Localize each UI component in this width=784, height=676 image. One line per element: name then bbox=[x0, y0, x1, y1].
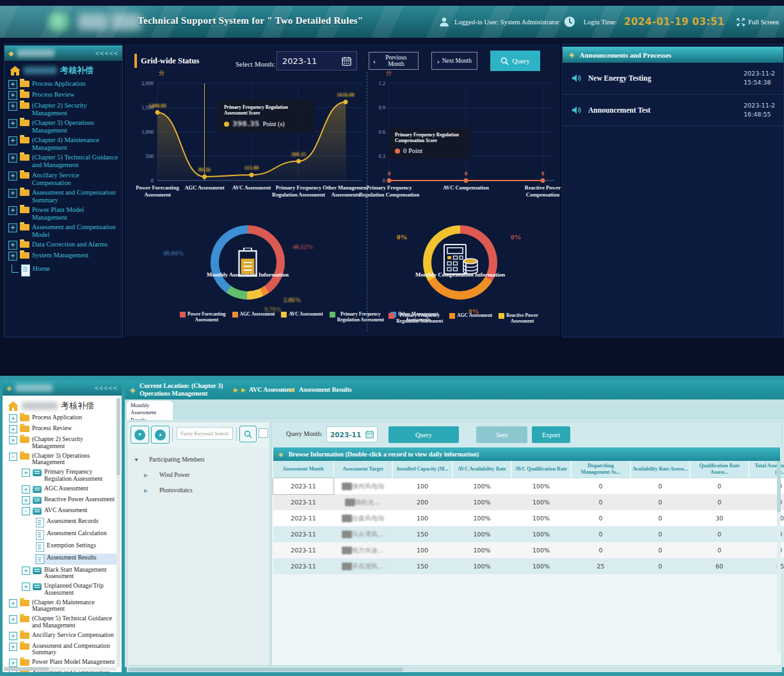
nav-tree-item[interactable]: Exemption Settings bbox=[35, 542, 116, 552]
search-button[interactable] bbox=[239, 426, 257, 442]
nav-tree-item[interactable]: +Black Start Management Assessment bbox=[20, 566, 116, 581]
legend-item[interactable]: AGC Assessment bbox=[232, 311, 275, 318]
column-header[interactable]: AVC Availability Rate bbox=[452, 461, 511, 478]
table-row[interactable]: 2023-11██电力水迪…100100%100%0000 bbox=[273, 542, 784, 558]
table-row[interactable]: 2023-11██开高潮风…150100%100%2506085 bbox=[273, 558, 784, 574]
members-item-pv[interactable]: ▶ Photovoltaics bbox=[144, 487, 269, 494]
month-input[interactable]: 2023-11 bbox=[276, 51, 357, 70]
donut-callout: 40.04% bbox=[163, 250, 184, 257]
fuzzy-search-input[interactable] bbox=[177, 427, 233, 440]
nav-tree-item[interactable]: +Assessment and Compensation Summary bbox=[8, 642, 116, 657]
sidebar-item[interactable]: +(Chapter 5) Technical Guidance and Mana… bbox=[8, 154, 118, 169]
sidebar-item[interactable]: +Assessment and Compensation Model bbox=[8, 223, 118, 239]
nav-tree-item[interactable]: +Power Plant Model Management bbox=[8, 658, 116, 668]
query-button[interactable]: Query bbox=[388, 426, 459, 443]
column-header[interactable]: Installed Capacity (M... bbox=[392, 461, 452, 478]
dashboard-panel: Grid-wide Status Select Month: 2023-11 ‹… bbox=[125, 44, 560, 336]
legend-item[interactable]: Power ForecastingAssessment bbox=[180, 311, 226, 323]
sidebar-item[interactable]: +Process Review bbox=[8, 91, 118, 100]
nav-tree-item[interactable]: Assessment Records bbox=[35, 517, 116, 528]
nav-tree-item[interactable]: +Unplanned Outage/Trip Assessment bbox=[20, 582, 116, 597]
expand-all-button[interactable]: ▲ bbox=[151, 426, 170, 444]
breadcrumb-item[interactable]: AVC Assessment bbox=[249, 386, 294, 393]
query-month-input[interactable]: 2023-11 bbox=[326, 426, 378, 442]
calendar-icon[interactable] bbox=[342, 56, 351, 66]
sidebar-item[interactable]: +(Chapter 3) Operations Management bbox=[8, 119, 118, 134]
svg-text:500: 500 bbox=[145, 153, 154, 159]
members-item-wind[interactable]: ▶ Wind Power bbox=[144, 472, 269, 478]
column-header[interactable]: Assessment Target bbox=[333, 461, 392, 478]
breadcrumb-item[interactable]: Assessment Results bbox=[299, 386, 352, 393]
compensation-legend: Primary FrequencyRegulation AssessmentAG… bbox=[371, 312, 556, 324]
nav-tree-item[interactable]: Assessment Calculation bbox=[35, 529, 116, 540]
column-header[interactable]: Qualification Rate Assess... bbox=[690, 461, 749, 478]
nav-tree: +Process Application+Process Review+(Cha… bbox=[8, 80, 118, 277]
collapse-arrows[interactable]: <<<<< bbox=[95, 384, 118, 392]
select-checkbox[interactable] bbox=[259, 428, 268, 438]
column-header[interactable]: Dispatching Management As... bbox=[571, 461, 630, 478]
sidebar-item-home[interactable]: Home bbox=[8, 264, 118, 277]
sidebar-item[interactable]: +Data Correction and Alarms bbox=[8, 241, 118, 250]
nav-tree-item[interactable]: -(Chapter 3) Operations Management bbox=[8, 452, 116, 467]
nav-tree-item[interactable]: +(Chapter 5) Technical Guidance and Mana… bbox=[8, 615, 116, 630]
table-row[interactable]: 2023-11██锦机光…200100%100%0000 bbox=[273, 494, 784, 510]
nav-tree-item[interactable]: +Ancillary Service Compensation bbox=[8, 631, 116, 641]
legend-item[interactable]: Reactive PowerAssessment bbox=[499, 312, 538, 324]
full-screen-label[interactable]: Full Screen bbox=[748, 19, 779, 26]
previous-month-button[interactable]: ‹Previous Month bbox=[369, 52, 419, 70]
nav-tree-item[interactable]: +(Chapter 4) Maintenance Management bbox=[8, 599, 116, 614]
triangle-right-icon[interactable]: ▶ bbox=[144, 488, 150, 494]
tree-root[interactable]: 考核补偿 bbox=[10, 65, 93, 76]
column-header[interactable]: AVC Qualification Rate bbox=[511, 461, 571, 478]
sidebar-item[interactable]: +Ancillary Service Compensation bbox=[8, 172, 118, 187]
sidebar-item[interactable]: +Assessment and Compensation Summary bbox=[8, 189, 118, 204]
sidebar-item[interactable]: +Process Application bbox=[8, 80, 118, 89]
sidebar-header[interactable]: ◆ <<<<< bbox=[4, 45, 122, 61]
sidebar-scrollbar-thumb[interactable] bbox=[116, 398, 120, 475]
table-row[interactable]: 2023-11██佛州风电场100100%100%0000 bbox=[273, 478, 784, 495]
sent-button[interactable]: Sent bbox=[476, 426, 527, 443]
nav-tree-item[interactable]: +(Chapter 2) Security Management bbox=[8, 435, 116, 451]
tooltip-value: 398.35 bbox=[232, 120, 259, 128]
triangle-right-icon[interactable]: ▶ bbox=[144, 472, 150, 478]
sidebar-item[interactable]: +(Chapter 2) Security Management bbox=[8, 102, 118, 117]
members-root[interactable]: ▼ Participating Members bbox=[134, 456, 269, 463]
collapse-arrows[interactable]: <<<<< bbox=[95, 49, 118, 57]
next-month-button[interactable]: ›Next Month bbox=[431, 52, 477, 70]
sidebar-header[interactable]: ◈ <<<<< bbox=[3, 380, 122, 396]
triangle-down-icon[interactable]: ▼ bbox=[134, 457, 140, 463]
sidebar-hscrollbar-thumb[interactable] bbox=[4, 667, 49, 671]
chart-tooltip: Primary Frequency Regulation Compensatio… bbox=[388, 127, 470, 159]
table-row[interactable]: 2023-11██马从湾风…150100%100%0000 bbox=[273, 526, 784, 542]
month-value[interactable]: 2023-11 bbox=[282, 56, 317, 66]
column-header[interactable]: Assessment Month bbox=[273, 461, 333, 478]
announcement-item[interactable]: Announcement Test2023-11-216:48:55 bbox=[563, 95, 783, 127]
nav-tree-item[interactable]: +Primary Frequency Regulation Assessment bbox=[20, 468, 116, 483]
tab-monthly-assessment-results[interactable]: Monthly Assessment Results bbox=[127, 401, 173, 420]
query-button[interactable]: Query bbox=[490, 51, 540, 71]
calendar-icon[interactable] bbox=[365, 430, 374, 439]
legend-item[interactable]: Primary FrequencyRegulation Assessment bbox=[388, 312, 443, 324]
collapse-all-button[interactable]: ▼ bbox=[131, 426, 149, 444]
horizontal-scrollbar-thumb[interactable] bbox=[128, 668, 403, 672]
table-scrollbar-thumb[interactable] bbox=[777, 461, 781, 512]
tree-root[interactable]: 考核补偿 bbox=[8, 400, 94, 412]
announcement-item[interactable]: New Energy Testing2023-11-215:54:38 bbox=[563, 63, 783, 95]
legend-item[interactable]: AVC Assessment bbox=[281, 311, 323, 318]
nav-tree-item[interactable]: +Process Review bbox=[8, 424, 116, 434]
sidebar-item[interactable]: +System Management bbox=[8, 252, 118, 261]
sidebar-item[interactable]: +Power Plant Model Management bbox=[8, 206, 118, 221]
nav-tree-item[interactable]: +AGC Assessment bbox=[20, 485, 116, 494]
svg-text:0: 0 bbox=[383, 177, 385, 184]
nav-tree-item[interactable]: +Reactive Power Assessment bbox=[20, 495, 116, 505]
sidebar-item[interactable]: +(Chapter 4) Maintenance Management bbox=[8, 136, 118, 152]
nav-tree-item[interactable]: Assessment Results bbox=[35, 554, 116, 565]
export-button[interactable]: Export bbox=[532, 426, 570, 443]
full-screen-icon[interactable] bbox=[735, 17, 746, 28]
nav-tree-item[interactable]: +Process Application bbox=[8, 414, 116, 423]
horizontal-scrollbar[interactable] bbox=[127, 667, 782, 672]
nav-tree-item[interactable]: -AVC Assessment bbox=[20, 506, 116, 516]
legend-item[interactable]: AGC Assessment bbox=[449, 312, 492, 319]
column-header[interactable]: Availability Rate Assess... bbox=[630, 461, 690, 478]
table-row[interactable]: 2023-11██拉森风电场100100%100%003030 bbox=[273, 510, 784, 526]
